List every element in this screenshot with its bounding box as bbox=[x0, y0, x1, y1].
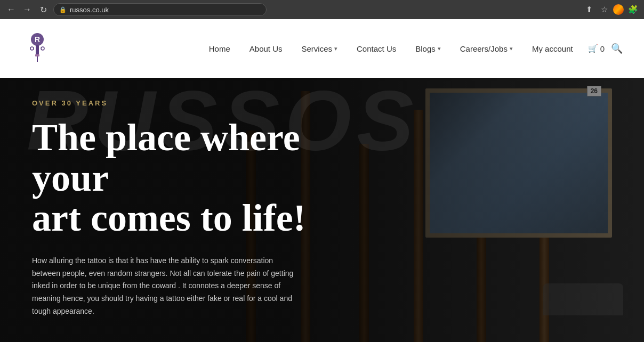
services-chevron-icon: ▾ bbox=[334, 45, 337, 52]
url-text: russos.co.uk bbox=[70, 6, 109, 14]
site-logo: R bbox=[21, 30, 53, 67]
nav-home[interactable]: Home bbox=[199, 44, 240, 53]
nav-careers[interactable]: Careers/Jobs ▾ bbox=[450, 44, 522, 53]
hero-description: How alluring the tattoo is that it has h… bbox=[32, 255, 299, 318]
nav-contact[interactable]: Contact Us bbox=[347, 44, 406, 53]
website: R Home About Us Services ▾ Contact Us Bl… bbox=[0, 19, 644, 342]
cart-icon: 🛒 bbox=[588, 44, 598, 53]
svg-point-6 bbox=[41, 47, 44, 50]
browser-chrome: ← → ↻ 🔒 russos.co.uk ⬆ ☆ 🧩 bbox=[0, 0, 644, 19]
nav-account[interactable]: My account bbox=[522, 44, 583, 53]
cart-button[interactable]: 🛒 0 bbox=[588, 44, 605, 53]
svg-rect-3 bbox=[35, 54, 39, 56]
back-button[interactable]: ← bbox=[5, 4, 17, 15]
firefox-icon bbox=[613, 4, 624, 15]
hero-heading-line2: art comes to life! bbox=[32, 197, 306, 239]
svg-rect-2 bbox=[36, 45, 39, 55]
nav-services[interactable]: Services ▾ bbox=[292, 44, 347, 53]
address-bar[interactable]: 🔒 russos.co.uk bbox=[53, 3, 267, 16]
hero-content: OVER 30 YEARS The place where your art c… bbox=[0, 78, 354, 342]
search-icon: 🔍 bbox=[611, 43, 623, 54]
nav-actions: 🛒 0 🔍 bbox=[588, 43, 623, 54]
site-header: R Home About Us Services ▾ Contact Us Bl… bbox=[0, 19, 644, 78]
browser-actions: ⬆ ☆ 🧩 bbox=[583, 4, 639, 15]
svg-text:R: R bbox=[35, 35, 40, 44]
bookmark-button[interactable]: ☆ bbox=[598, 4, 610, 15]
blogs-chevron-icon: ▾ bbox=[438, 45, 441, 52]
extensions-button[interactable]: 🧩 bbox=[627, 4, 639, 15]
extensions-icon: 🧩 bbox=[628, 5, 638, 14]
svg-point-5 bbox=[30, 47, 34, 50]
hero-heading: The place where your art comes to life! bbox=[32, 118, 322, 239]
hero-section: RUSSOS 26 OVER 30 YEARS The place w bbox=[0, 78, 644, 342]
logo-area[interactable]: R bbox=[21, 30, 53, 67]
cart-count: 0 bbox=[600, 44, 605, 53]
refresh-button[interactable]: ↻ bbox=[37, 4, 49, 15]
careers-chevron-icon: ▾ bbox=[510, 45, 513, 52]
share-button[interactable]: ⬆ bbox=[583, 4, 595, 15]
nav-blogs[interactable]: Blogs ▾ bbox=[406, 44, 450, 53]
nav-about[interactable]: About Us bbox=[240, 44, 292, 53]
over-years-text: OVER 30 YEARS bbox=[32, 99, 322, 107]
main-nav: Home About Us Services ▾ Contact Us Blog… bbox=[199, 44, 583, 53]
search-button[interactable]: 🔍 bbox=[611, 43, 623, 54]
hero-heading-line1: The place where your bbox=[32, 116, 300, 199]
forward-button[interactable]: → bbox=[21, 4, 33, 15]
lock-icon: 🔒 bbox=[59, 6, 67, 13]
